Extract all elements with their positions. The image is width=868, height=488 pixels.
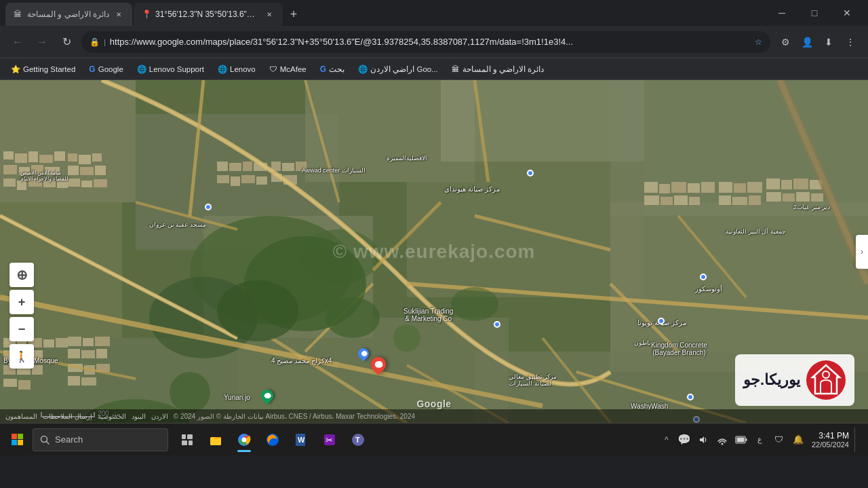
svg-point-121 [217, 280, 298, 341]
bookmark-lenovo[interactable]: 🌐 Lenovo [212, 63, 261, 75]
svg-rect-135 [182, 434, 186, 439]
svg-rect-88 [96, 349, 107, 358]
bookmark-lenovo-support[interactable]: 🌐 Lenovo Support [132, 63, 210, 75]
bookmark-search[interactable]: G بحث [315, 63, 350, 75]
street-view-button[interactable]: 🚶 [9, 344, 34, 369]
footer-terms[interactable]: البنود [132, 413, 146, 420]
tray-overflow-button[interactable]: ^ [660, 432, 673, 448]
tray-chat-icon[interactable]: 💬 [676, 432, 692, 448]
svg-text:T: T [355, 436, 360, 444]
windows-logo-icon [12, 434, 24, 446]
footer-jordan[interactable]: الاردن [151, 413, 168, 420]
bookmark-search-label: بحث [329, 64, 344, 74]
bookmark-lands-dept[interactable]: 🏛 دائرة الاراضي و المساحة [446, 63, 550, 75]
svg-rect-129 [12, 434, 17, 439]
svg-rect-28 [43, 181, 56, 187]
forward-button[interactable]: → [33, 33, 52, 52]
network-icon-svg [717, 434, 728, 445]
location-dot-4 [700, 274, 707, 280]
reload-button[interactable]: ↻ [57, 33, 76, 52]
bookmark-lands-jordan[interactable]: 🌐 اراضي الاردن Goo... [353, 63, 443, 75]
bookmark-getting-started[interactable]: ⭐ Getting Started [5, 63, 81, 75]
svg-rect-87 [81, 350, 95, 358]
taskbar-teams[interactable]: T [344, 426, 372, 453]
tab-lands-close[interactable]: ✕ [113, 9, 124, 20]
bookmark-google[interactable]: G Google [83, 63, 128, 75]
footer-contributors[interactable]: المساهمون [5, 413, 37, 420]
tray-volume-icon[interactable] [695, 432, 711, 448]
yunan-pin[interactable] [261, 390, 273, 402]
tray-battery-icon[interactable] [733, 432, 749, 448]
svg-rect-65 [732, 197, 747, 205]
eureka-logo: يوريكا.جو [735, 354, 854, 406]
tray-notifications-icon[interactable]: 🔔 [790, 432, 806, 448]
bookmark-lands-jordan-favicon: 🌐 [358, 64, 368, 74]
svg-point-150 [721, 443, 723, 445]
location-dot-2 [527, 170, 534, 176]
svg-rect-23 [31, 165, 43, 174]
download-icon[interactable]: ⬇ [819, 33, 838, 52]
tab-lands[interactable]: 🏛 دائرة الاراضي و المساحة ✕ [5, 3, 132, 26]
main-red-pin[interactable] [371, 357, 386, 372]
svg-point-123 [170, 372, 210, 413]
taskbar-file-explorer[interactable] [202, 426, 229, 453]
zoom-out-button[interactable]: − [9, 317, 34, 341]
svg-rect-24 [45, 167, 60, 175]
copyright-text: © 2024 بيانات الخارطة © الصور Airbus، CN… [174, 413, 415, 420]
bookmarks-bar: ⭐ Getting Started G Google 🌐 Lenovo Supp… [0, 58, 868, 80]
system-clock[interactable]: 3:41 PM 22/05/2024 [809, 430, 852, 450]
search-bar[interactable]: Search [33, 428, 168, 451]
minimize-button[interactable]: ─ [766, 3, 797, 23]
svg-rect-79 [56, 338, 68, 348]
new-tab-button[interactable]: + [284, 5, 303, 24]
taskbar-chrome[interactable] [231, 426, 258, 453]
close-button[interactable]: ✕ [831, 3, 863, 23]
bookmark-mcafee[interactable]: 🛡 McAfee [264, 64, 312, 75]
svg-rect-48 [282, 163, 294, 171]
url-bar[interactable]: 🔒 | https://www.google.com/maps/place/31… [81, 31, 770, 53]
svg-rect-78 [43, 339, 54, 348]
taskbar-snip[interactable]: ✂ [316, 426, 343, 453]
zoom-in-button[interactable]: + [9, 290, 34, 314]
svg-rect-61 [719, 182, 732, 193]
tab-maps-favicon: 📍 [142, 10, 151, 19]
toolbar-icons: ⚙ 👤 ⬇ ⋮ [776, 33, 860, 52]
svg-text:W: W [298, 436, 305, 444]
url-separator: | [104, 38, 106, 46]
maximize-button[interactable]: □ [799, 3, 830, 23]
tab-maps-close[interactable]: ✕ [264, 9, 275, 20]
secondary-blue-pin[interactable] [358, 348, 369, 359]
back-button[interactable]: ← [8, 33, 27, 52]
svg-rect-41 [243, 162, 252, 171]
show-desktop-button[interactable] [854, 428, 857, 452]
start-button[interactable] [5, 428, 30, 452]
menu-icon[interactable]: ⋮ [841, 33, 860, 52]
window-controls: ─ □ ✕ [766, 3, 863, 23]
location-button[interactable]: ⊕ [9, 263, 34, 287]
svg-rect-84 [83, 338, 94, 346]
footer-privacy[interactable]: الخصوصية [98, 413, 126, 420]
bookmark-search-favicon: G [320, 64, 326, 74]
tray-network-icon[interactable] [714, 432, 730, 448]
taskbar-word[interactable]: W [288, 426, 315, 453]
tray-language-icon[interactable]: ع [752, 432, 768, 448]
extensions-icon[interactable]: ⚙ [776, 33, 795, 52]
map-collapse-arrow[interactable]: › [856, 235, 868, 269]
star-icon[interactable]: ☆ [755, 37, 762, 47]
bookmark-lenovo-favicon: 🌐 [218, 64, 227, 74]
word-icon: W [294, 434, 308, 446]
tray-antivirus-icon[interactable]: 🛡 [771, 432, 787, 448]
bookmark-getting-started-favicon: ⭐ [11, 64, 20, 74]
svg-rect-138 [189, 440, 193, 445]
snip-icon: ✂ [323, 433, 336, 447]
map-container[interactable]: © www.eurekajo.com مركز صيانة هيونداي Su… [0, 80, 868, 423]
tab-maps[interactable]: 📍 31°56'12.3"N 35°50'13.6"E خارطة... ✕ [134, 3, 283, 26]
svg-rect-34 [80, 167, 94, 175]
svg-rect-54 [671, 182, 686, 193]
svg-rect-69 [793, 179, 808, 189]
taskbar-taskview[interactable] [174, 426, 201, 453]
taskbar-firefox[interactable] [259, 426, 286, 453]
map-controls: ⊕ + − 🚶 [9, 263, 34, 369]
profile-icon[interactable]: 👤 [797, 33, 816, 52]
footer-feedback[interactable]: إرسال الملاحظات [43, 413, 92, 420]
